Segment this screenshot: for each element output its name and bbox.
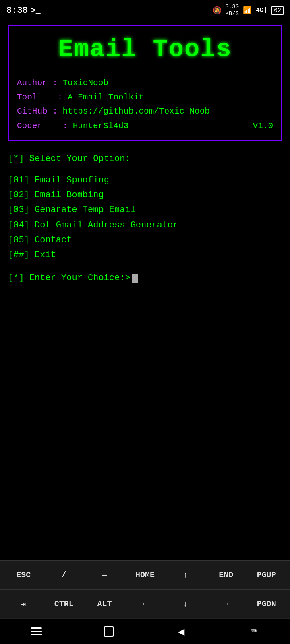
banner-author-line: Author : ToxicNoob <box>17 76 273 90</box>
key-dash[interactable]: — <box>84 567 125 583</box>
banner-title: Email Tools <box>17 31 273 68</box>
keyboard-icon: ⌨ <box>251 625 257 637</box>
key-tab[interactable]: ⇥ <box>3 596 44 612</box>
signal-icon: 📶 <box>243 6 252 15</box>
terminal-prompt-icon: >_ <box>31 6 41 15</box>
input-line[interactable]: [*] Enter Your Choice:> <box>8 272 282 285</box>
square-icon <box>104 626 114 637</box>
cursor <box>132 274 138 283</box>
tool-value: A Email Toolkit <box>68 93 144 102</box>
banner-tool-line: Tool : A Email Toolkit <box>17 90 273 105</box>
nav-keyboard-button[interactable]: ⌨ <box>242 623 266 640</box>
key-end[interactable]: END <box>206 567 246 583</box>
key-pgup[interactable]: PGUP <box>246 567 287 583</box>
nav-menu-button[interactable] <box>24 623 48 640</box>
status-left: 8:38 >_ <box>6 6 41 16</box>
banner-github-line: GitHub : https://github.com/Toxic-Noob <box>17 104 273 119</box>
version-label: V1.0 <box>253 119 273 133</box>
nav-bar: ◀ ⌨ <box>0 618 290 644</box>
nav-home-button[interactable] <box>97 623 121 640</box>
back-arrow-icon: ◀ <box>178 625 185 638</box>
github-label: GitHub <box>17 107 48 116</box>
menu-item-3[interactable]: [03] Genarate Temp Email <box>8 202 282 217</box>
select-prompt: [*] Select Your Option: <box>8 153 282 165</box>
key-down[interactable]: ↓ <box>165 596 206 612</box>
github-value: https://github.com/Toxic-Noob <box>62 107 209 116</box>
menu-item-4[interactable]: [04] Dot Gmail Address Generator <box>8 218 282 233</box>
nav-back-button[interactable]: ◀ <box>169 623 193 640</box>
keyboard-bar: ESC / — HOME ↑ END PGUP ⇥ CTRL ALT ← ↓ →… <box>0 560 290 618</box>
data-speed: 0.30KB/S <box>226 4 239 17</box>
key-right[interactable]: → <box>206 596 246 612</box>
menu-item-1[interactable]: [01] Email Spoofing <box>8 173 282 188</box>
key-alt[interactable]: ALT <box>84 596 125 612</box>
status-right: 🔕 0.30KB/S 📶 4G| 62 <box>213 4 284 17</box>
terminal-area: Email Tools Author : ToxicNoob Tool : A … <box>0 21 290 560</box>
menu-item-5[interactable]: [05] Contact <box>8 233 282 248</box>
menu-list: [01] Email Spoofing [02] Email Bombing [… <box>8 173 282 263</box>
menu-item-exit[interactable]: [##] Exit <box>8 248 282 262</box>
key-up[interactable]: ↑ <box>165 567 206 583</box>
coder-label: Coder <box>17 121 42 130</box>
keyboard-row-1: ESC / — HOME ↑ END PGUP <box>0 560 290 589</box>
signal-4g-icon: 4G| <box>256 7 267 14</box>
banner-box: Email Tools Author : ToxicNoob Tool : A … <box>8 25 282 141</box>
status-bar: 8:38 >_ 🔕 0.30KB/S 📶 4G| 62 <box>0 0 290 21</box>
battery-icon: 62 <box>271 6 284 15</box>
key-esc[interactable]: ESC <box>3 567 44 583</box>
status-time: 8:38 <box>6 6 28 16</box>
coder-value: HunterSl4d3 <box>73 121 129 130</box>
hamburger-icon <box>31 627 42 635</box>
input-prompt: [*] Enter Your Choice:> <box>8 272 130 285</box>
author-value: ToxicNoob <box>62 78 108 87</box>
key-left[interactable]: ← <box>125 596 166 612</box>
banner-info: Author : ToxicNoob Tool : A Email Toolki… <box>17 76 273 133</box>
banner-coder-line: Coder : HunterSl4d3 V1.0 <box>17 119 273 133</box>
keyboard-row-2: ⇥ CTRL ALT ← ↓ → PGDN <box>0 589 290 618</box>
tool-label: Tool <box>17 93 37 102</box>
key-ctrl[interactable]: CTRL <box>44 596 85 612</box>
mute-icon: 🔕 <box>213 6 222 15</box>
author-label: Author <box>17 78 48 87</box>
key-slash[interactable]: / <box>44 567 85 583</box>
key-home[interactable]: HOME <box>125 567 166 583</box>
key-pgdn[interactable]: PGDN <box>246 596 287 612</box>
menu-item-2[interactable]: [02] Email Bombing <box>8 188 282 202</box>
